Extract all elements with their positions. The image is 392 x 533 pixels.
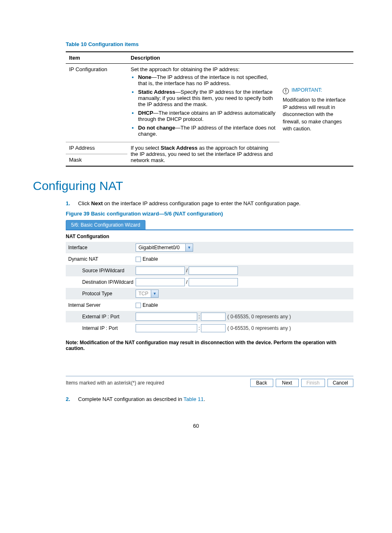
label-dynamic-nat: Dynamic NAT xyxy=(66,256,136,262)
required-note: Items marked with an asterisk(*) are req… xyxy=(66,380,164,386)
external-ip-input[interactable] xyxy=(136,313,197,321)
cell-side-desc: If you select Stack Address as the appro… xyxy=(127,142,279,167)
page-number: 60 xyxy=(33,423,359,429)
colon-sep: : xyxy=(198,314,200,320)
cell-ipconfig-desc: Set the approach for obtaining the IP ad… xyxy=(127,64,279,142)
cell-ipconfig-item: IP Configuration xyxy=(66,64,127,142)
finish-button[interactable]: Finish xyxy=(301,379,325,387)
label-internal-ip: Internal IP : Port xyxy=(66,325,136,331)
dest-ip-input[interactable] xyxy=(136,278,185,286)
important-icon: ! xyxy=(283,88,289,94)
dynamic-nat-checkbox[interactable] xyxy=(136,257,141,262)
port-hint-1: ( 0-65535, 0 represents any ) xyxy=(227,314,291,320)
wizard-screenshot: 5/6: Basic Configuration Wizard NAT Conf… xyxy=(66,220,353,387)
th-item: Item xyxy=(66,52,127,64)
divider: / xyxy=(186,279,187,285)
protocol-value: TCP xyxy=(136,290,151,297)
interface-value: GigabitEthernet0/0 xyxy=(136,244,185,251)
port-hint-2: ( 0-65535, 0 represents any ) xyxy=(227,325,291,331)
wizard-title: NAT Configuration xyxy=(66,234,353,239)
bullet-static: Static Address—Specify the IP address fo… xyxy=(138,89,276,107)
external-port-input[interactable] xyxy=(201,313,226,321)
cancel-button[interactable]: Cancel xyxy=(327,379,353,387)
th-desc: Description xyxy=(127,52,353,64)
figure-caption: Figure 39 Basic configuration wizard—5/6… xyxy=(66,211,359,217)
important-cell: ! IMPORTANT: Modification to the interfa… xyxy=(279,64,353,167)
cell-ipaddr-item: IP Address xyxy=(66,142,127,154)
step-1-text: Click Next on the interface IP address c… xyxy=(78,200,300,206)
next-button[interactable]: Next xyxy=(276,379,299,387)
step-2: 2. Complete NAT configuration as describ… xyxy=(66,396,359,402)
step-2-text: Complete NAT configuration as described … xyxy=(78,396,205,402)
internal-port-input[interactable] xyxy=(201,324,226,332)
label-protocol: Protocol Type xyxy=(66,291,136,297)
colon-sep: : xyxy=(198,325,200,331)
label-internal-server: Internal Server xyxy=(66,302,136,308)
cell-mask-item: Mask xyxy=(66,154,127,166)
step-num: 2. xyxy=(66,396,72,402)
back-button[interactable]: Back xyxy=(250,379,273,387)
wizard-tab[interactable]: 5/6: Basic Configuration Wizard xyxy=(66,220,145,229)
config-table: Item Description IP Configuration Set th… xyxy=(66,51,353,167)
section-heading: Configuring NAT xyxy=(33,179,359,193)
chevron-down-icon: ▼ xyxy=(185,244,193,251)
table-caption: Table 10 Configuration items xyxy=(66,41,359,47)
bullet-nochange: Do not change—The IP address of the inte… xyxy=(138,125,276,137)
bullet-dhcp: DHCP—The interface obtains an IP address… xyxy=(138,110,276,122)
ipconfig-intro: Set the approach for obtaining the IP ad… xyxy=(131,66,276,72)
label-interface: Interface xyxy=(66,245,136,250)
important-label: IMPORTANT: xyxy=(291,87,322,93)
dest-wildcard-input[interactable] xyxy=(189,278,238,286)
label-external-ip: External IP : Port xyxy=(66,314,136,320)
step-num: 1. xyxy=(66,200,72,206)
source-wildcard-input[interactable] xyxy=(189,266,238,275)
label-dest-ip: Destination IP/Wildcard xyxy=(66,279,136,285)
label-source-ip: Source IP/Wildcard xyxy=(66,268,136,273)
divider: / xyxy=(186,268,187,273)
enable-label: Enable xyxy=(143,256,158,262)
source-ip-input[interactable] xyxy=(136,266,185,275)
interface-select[interactable]: GigabitEthernet0/0 ▼ xyxy=(136,243,193,252)
step-1: 1. Click Next on the interface IP addres… xyxy=(66,200,359,206)
chevron-down-icon: ▼ xyxy=(151,290,158,297)
important-text: Modification to the interface IP address… xyxy=(283,97,350,133)
internal-server-checkbox[interactable] xyxy=(136,303,141,308)
wizard-note: Note: Modification of the NAT configurat… xyxy=(66,340,353,351)
internal-ip-input[interactable] xyxy=(136,324,197,332)
table-11-link[interactable]: Table 11 xyxy=(184,396,204,402)
protocol-select[interactable]: TCP ▼ xyxy=(136,290,159,298)
enable-label-2: Enable xyxy=(143,302,158,308)
bullet-none: None—The IP address of the interface is … xyxy=(138,74,276,86)
